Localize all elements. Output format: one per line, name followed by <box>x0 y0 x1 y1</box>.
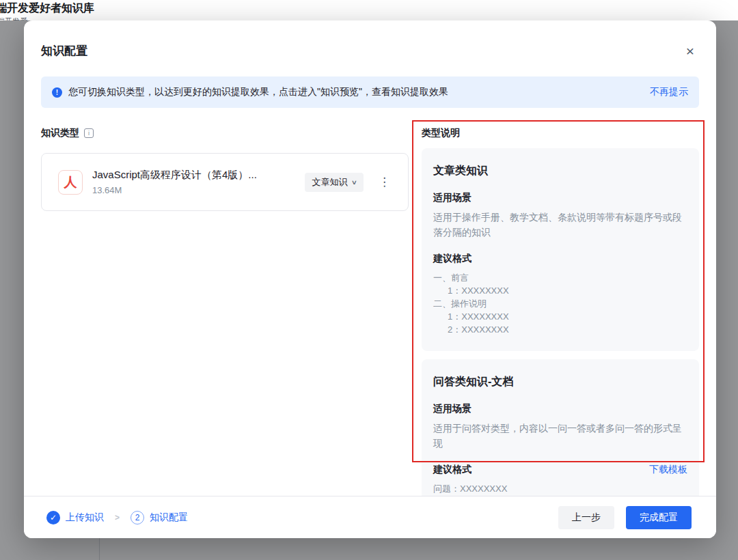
type-card-title: 问答类知识-文档 <box>433 376 687 388</box>
file-size: 13.64M <box>92 185 257 195</box>
format-example: 一、前言 1：XXXXXXXX 二、操作说明 1：XXXXXXXX 2：XXXX… <box>433 271 687 336</box>
format-label-row: 建议格式 <box>433 253 687 264</box>
dialog-body: 知识类型 i 人 JavaScript高级程序设计（第4版）... 13.64M… <box>24 108 716 496</box>
knowledge-type-select[interactable]: 文章知识 ∨ <box>305 173 364 192</box>
info-icon[interactable]: i <box>84 128 94 138</box>
type-description-label-row: 类型说明 <box>422 128 699 139</box>
scenario-text: 适用于问答对类型，内容以一问一答或者多问一答的形式呈现 <box>433 421 687 451</box>
close-button[interactable]: × <box>683 41 697 61</box>
format-label-row: 建议格式 下载模板 <box>433 464 687 475</box>
format-label: 建议格式 <box>433 464 472 476</box>
step2-label: 知识配置 <box>150 512 188 524</box>
format-label: 建议格式 <box>433 253 472 265</box>
previous-step-button[interactable]: 上一步 <box>558 506 614 529</box>
format-line: 2：XXXXXXXX <box>433 323 687 336</box>
format-example: 问题：XXXXXXXX 相似问：XXXXXXXX 答案：XXXXXXXX <box>433 482 687 496</box>
step1-label: 上传知识 <box>66 512 104 524</box>
type-description-column: 类型说明 文章类知识 适用场景 适用于操作手册、教学文档、条款说明等带有标题序号… <box>422 108 699 496</box>
info-banner-text: 您可切换知识类型，以达到更好的知识提取效果，点击进入"知识预览"，查看知识提取效… <box>68 86 448 98</box>
pdf-file-icon: 人 <box>58 170 83 195</box>
file-name: JavaScript高级程序设计（第4版）... <box>92 169 257 182</box>
dialog-title: 知识配置 <box>41 43 87 59</box>
type-card-article: 文章类知识 适用场景 适用于操作手册、教学文档、条款说明等带有标题序号或段落分隔… <box>422 148 699 351</box>
knowledge-config-dialog: 知识配置 × ! 您可切换知识类型，以达到更好的知识提取效果，点击进入"知识预览… <box>24 20 716 538</box>
background-page-subtitle: 端开发爱 <box>0 16 27 20</box>
step-separator-icon: > <box>115 513 120 522</box>
format-line: 1：XXXXXXXX <box>433 284 687 297</box>
format-line: 问题：XXXXXXXX <box>433 482 687 495</box>
scenario-text: 适用于操作手册、教学文档、条款说明等带有标题序号或段落分隔的知识 <box>433 210 687 240</box>
chevron-down-icon: ∨ <box>351 179 357 186</box>
format-line: 1：XXXXXXXX <box>433 310 687 323</box>
knowledge-type-value: 文章知识 <box>312 176 347 188</box>
format-line: 一、前言 <box>433 271 687 284</box>
scenario-label: 适用场景 <box>433 192 687 203</box>
format-line: 二、操作说明 <box>433 297 687 310</box>
finish-config-button[interactable]: 完成配置 <box>626 506 692 529</box>
knowledge-type-column: 知识类型 i 人 JavaScript高级程序设计（第4版）... 13.64M… <box>41 108 409 496</box>
step1-check-icon: ✓ <box>46 511 60 524</box>
more-options-button[interactable]: ⋮ <box>376 175 393 189</box>
type-description-label: 类型说明 <box>422 127 460 139</box>
kebab-icon: ⋮ <box>379 176 390 188</box>
dialog-footer: ✓ 上传知识 > 2 知识配置 上一步 完成配置 <box>24 496 716 538</box>
file-item: 人 JavaScript高级程序设计（第4版）... 13.64M 文章知识 ∨… <box>41 153 409 211</box>
info-banner: ! 您可切换知识类型，以达到更好的知识提取效果，点击进入"知识预览"，查看知识提… <box>41 76 699 108</box>
background-page-title: 端开发爱好者知识库 <box>0 1 94 16</box>
scenario-label: 适用场景 <box>433 403 687 414</box>
close-icon: × <box>686 43 694 59</box>
file-meta: JavaScript高级程序设计（第4版）... 13.64M <box>92 169 257 195</box>
download-template-link[interactable]: 下载模板 <box>649 464 687 476</box>
dialog-header: 知识配置 × <box>24 20 716 76</box>
info-circle-icon: ! <box>52 87 62 98</box>
knowledge-type-label: 知识类型 <box>41 127 79 139</box>
type-card-qa: 问答类知识-文档 适用场景 适用于问答对类型，内容以一问一答或者多问一答的形式呈… <box>422 359 699 496</box>
step2-number-badge: 2 <box>131 511 144 524</box>
dismiss-link[interactable]: 不再提示 <box>650 86 688 98</box>
background-page-header: 端开发爱好者知识库 端开发爱 <box>0 0 738 20</box>
knowledge-type-label-row: 知识类型 i <box>41 128 409 139</box>
type-card-title: 文章类知识 <box>433 165 687 177</box>
